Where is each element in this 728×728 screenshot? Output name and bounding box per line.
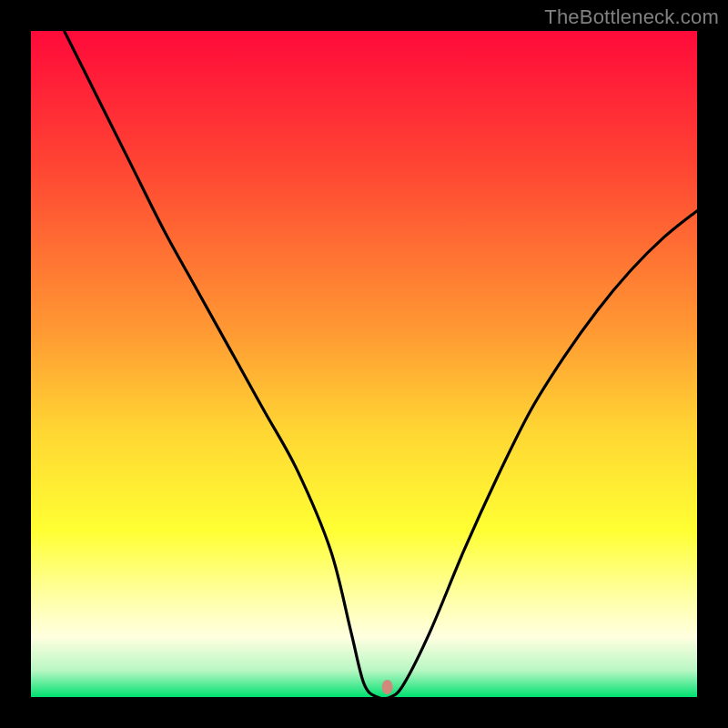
chart-svg — [31, 31, 697, 697]
watermark-text: TheBottleneck.com — [544, 5, 719, 29]
optimal-point-marker — [382, 680, 393, 694]
gradient-background — [31, 31, 697, 697]
plot-area — [31, 31, 697, 697]
chart-container: TheBottleneck.com — [0, 0, 728, 728]
